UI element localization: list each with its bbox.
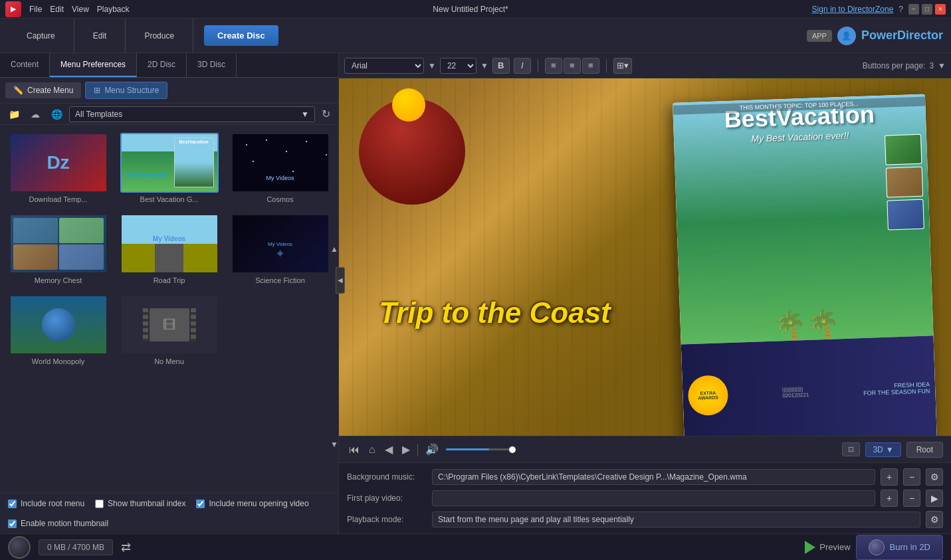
first-play-remove-button[interactable]: −	[903, 490, 920, 507]
3d-button[interactable]: 3D ▼	[865, 442, 900, 457]
window-controls: − □ ×	[908, 4, 946, 15]
restore-button[interactable]: □	[922, 4, 932, 15]
show-thumbnail-input[interactable]	[95, 500, 104, 508]
show-thumbnail-checkbox[interactable]: Show thumbnail index	[95, 499, 185, 508]
next-frame-button[interactable]: ▶	[400, 441, 412, 458]
root-button[interactable]: Root	[906, 442, 943, 458]
include-root-menu-input[interactable]	[8, 500, 17, 508]
align-left-button[interactable]: ≡	[545, 58, 562, 74]
toolbar-produce-label: Produce	[144, 31, 174, 41]
burn-label: Burn in 2D	[890, 542, 930, 552]
template-roadtrip[interactable]: My Videos Road Trip	[116, 211, 222, 287]
skip-back-button[interactable]: ⏮	[347, 442, 362, 458]
template-thumb-scifi: My Videos ✦	[231, 214, 330, 274]
menu-playback[interactable]: Playback	[97, 5, 130, 14]
remove-music-button[interactable]: −	[903, 468, 920, 486]
enable-motion-thumbnail-checkbox[interactable]: Enable motion thumbnail	[8, 519, 108, 528]
help-icon[interactable]: ?	[898, 5, 903, 14]
include-opening-video-checkbox[interactable]: Include menu opening video	[196, 499, 308, 508]
create-disc-button[interactable]: Create Disc	[204, 25, 278, 46]
cloud-icon[interactable]: ☁	[27, 106, 44, 123]
bg-music-input[interactable]	[432, 469, 875, 485]
pb-right: ⊡ 3D ▼ Root	[842, 442, 943, 458]
template-dropdown[interactable]: All Templates ▼	[69, 106, 315, 122]
template-vacation[interactable]: BestVacation Trip to the Coast Best Vaca…	[116, 130, 222, 206]
panel-toolbar: ✏️ Create Menu ⊞ Menu Structure	[0, 78, 338, 104]
include-root-menu-checkbox[interactable]: Include root menu	[8, 499, 84, 508]
fit-screen-button[interactable]: ⊡	[842, 442, 860, 456]
tab-2d-disc[interactable]: 2D Disc	[137, 53, 187, 77]
include-opening-video-input[interactable]	[196, 500, 205, 508]
toolbar-capture[interactable]: Capture	[8, 19, 74, 53]
play-icon	[805, 541, 815, 554]
left-panel: Content Menu Preferences 2D Disc 3D Disc…	[0, 53, 339, 533]
template-scifi[interactable]: My Videos ✦ Science Fiction	[227, 211, 333, 287]
enable-motion-thumbnail-input[interactable]	[8, 519, 17, 528]
first-play-play-button[interactable]: ▶	[926, 490, 943, 507]
scroll-up-arrow[interactable]: ▲	[330, 244, 338, 254]
italic-button[interactable]: I	[514, 58, 531, 74]
add-music-button[interactable]: +	[881, 468, 898, 486]
playback-mode-settings-button[interactable]: ⚙	[926, 511, 943, 528]
buttons-per-page-arrow[interactable]: ▼	[938, 61, 946, 70]
tab-menu-preferences[interactable]: Menu Preferences	[50, 53, 137, 77]
bg-music-label: Background music:	[347, 472, 427, 482]
align-right-button[interactable]: ≡	[582, 58, 599, 74]
toolbar-produce[interactable]: Produce	[126, 19, 193, 53]
create-menu-button[interactable]: ✏️ Create Menu	[5, 82, 81, 98]
burn-button[interactable]: Burn in 2D	[856, 535, 943, 560]
mag-top: THIS MONTH'S TOPIC: TOP 100 PLACES... Be…	[673, 94, 933, 345]
template-world[interactable]: World Monopoly	[5, 292, 111, 368]
prev-frame-button[interactable]: ◀	[383, 441, 395, 458]
menu-view[interactable]: View	[72, 5, 89, 14]
minimize-button[interactable]: −	[908, 4, 919, 15]
template-thumb-download: Dz	[9, 133, 108, 193]
template-memory[interactable]: Memory Chest	[5, 211, 111, 287]
menu-edit[interactable]: Edit	[50, 5, 64, 14]
app-badge[interactable]: APP	[807, 30, 832, 42]
font-select[interactable]: Arial	[344, 58, 424, 74]
bold-button[interactable]: B	[492, 58, 510, 74]
template-thumb-cosmos: My Videos	[231, 133, 330, 193]
first-play-input[interactable]	[432, 490, 875, 506]
table-layout-button[interactable]: ⊞▾	[613, 58, 632, 74]
template-cosmos[interactable]: My Videos Cosmos	[227, 130, 333, 206]
template-nomenu[interactable]: 🎞 No Menu	[116, 292, 222, 368]
sign-in-link[interactable]: Sign in to DirectorZone	[812, 5, 894, 14]
globe-icon[interactable]: 🌐	[48, 106, 65, 123]
preview-label: Preview	[819, 542, 850, 552]
menu-file[interactable]: File	[29, 5, 42, 14]
toolbar-edit[interactable]: Edit	[74, 19, 126, 53]
mag-photos-column	[885, 134, 924, 231]
nomenu-thumb: 🎞	[122, 296, 217, 353]
volume-slider[interactable]	[446, 448, 512, 450]
template-grid-wrapper: Dz Download Temp... BestVacation Trip to…	[0, 125, 338, 493]
close-button[interactable]: ×	[935, 4, 946, 15]
tab-3d-disc[interactable]: 3D Disc	[187, 53, 237, 77]
template-thumb-world	[9, 295, 108, 355]
local-folder-icon[interactable]: 📁	[5, 106, 23, 123]
template-label-cosmos: Cosmos	[266, 195, 293, 203]
panel-expand-arrow[interactable]: ◀	[336, 267, 345, 294]
align-center-button[interactable]: ≡	[564, 58, 581, 74]
swap-button[interactable]: ⇄	[121, 540, 131, 555]
scroll-down-arrow[interactable]: ▼	[330, 440, 338, 449]
tab-content[interactable]: Content	[0, 53, 50, 77]
playback-mode-input[interactable]	[432, 512, 920, 527]
refresh-button[interactable]: ↻	[319, 105, 333, 123]
first-play-add-button[interactable]: +	[881, 490, 898, 507]
film-strip-icon: 🎞	[150, 308, 189, 341]
format-divider-2	[606, 59, 607, 72]
menu-structure-button[interactable]: ⊞ Menu Structure	[85, 82, 167, 99]
mag-bottom: EXTRA AWARDS |||||||||||||||020120221 FR…	[681, 335, 937, 436]
pb-separator-1	[417, 444, 418, 456]
enable-motion-thumbnail-label: Enable motion thumbnail	[21, 519, 108, 528]
template-download[interactable]: Dz Download Temp...	[5, 130, 111, 206]
preview-button[interactable]: Preview	[805, 541, 850, 554]
home-button[interactable]: ⌂	[367, 442, 377, 458]
template-grid: Dz Download Temp... BestVacation Trip to…	[0, 125, 338, 373]
size-select[interactable]: 22	[440, 58, 476, 74]
volume-button[interactable]: 🔊	[423, 441, 441, 458]
brand-name: PowerDirector	[861, 29, 943, 43]
music-settings-button[interactable]: ⚙	[926, 468, 943, 486]
